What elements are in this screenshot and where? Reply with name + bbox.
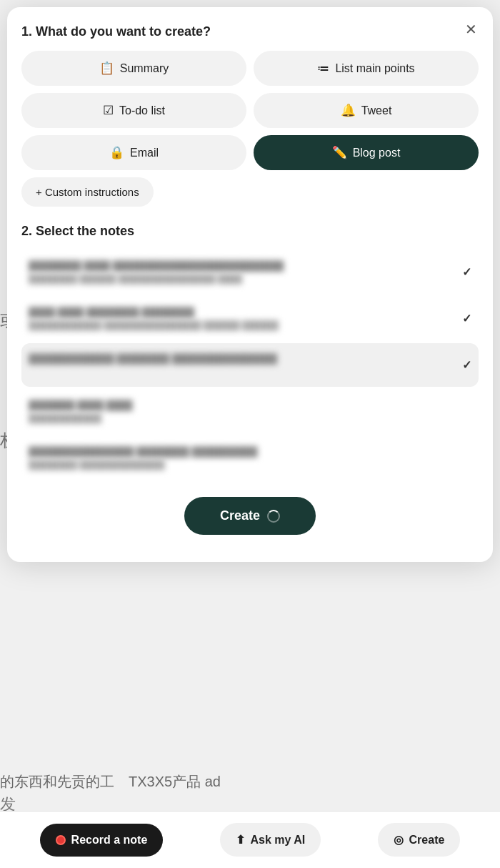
tweet-button[interactable]: 🔔 Tweet — [254, 93, 479, 128]
step1-heading: 1. What do you want to create? — [21, 24, 479, 39]
step2-heading: 2. Select the notes — [21, 224, 479, 239]
note-subtitle-4: ████████████ — [29, 413, 464, 423]
custom-instructions-label: + Custom instructions — [36, 186, 139, 198]
blog-post-label: Blog post — [353, 147, 401, 159]
check-icon-2: ✓ — [462, 312, 471, 325]
create-label: Create — [220, 508, 260, 523]
note-title-1: ████████ ████ ██████████████████████████ — [29, 260, 455, 271]
checkbox-icon: ☑ — [103, 103, 114, 118]
close-icon: ✕ — [465, 21, 477, 38]
note-content-3: █████████████ ████████ ████████████████ — [29, 353, 462, 377]
note-item-5[interactable]: ████████████████ ████████ ██████████ ███… — [21, 436, 479, 480]
note-title-3: █████████████ ████████ ████████████████ — [29, 353, 455, 364]
note-subtitle-3 — [29, 367, 455, 377]
note-item-2[interactable]: ████ ████ ████████ ████████ ████████████… — [21, 297, 479, 340]
create-button-container: Create — [21, 497, 479, 535]
check-icon-3: ✓ — [462, 358, 471, 372]
content-type-grid: 📋 Summary ≔ List main points ☑ To-do lis… — [21, 51, 479, 170]
record-note-button[interactable]: Record a note — [40, 824, 164, 857]
note-content-4: ███████ ████ ████ ████████████ — [29, 400, 471, 423]
step1-section: 1. What do you want to create? 📋 Summary… — [21, 24, 479, 224]
create-bottom-icon: ◎ — [394, 833, 404, 847]
loading-spinner — [267, 510, 280, 523]
note-content-2: ████ ████ ████████ ████████ ████████████… — [29, 307, 462, 330]
record-note-label: Record a note — [71, 834, 148, 847]
create-bottom-button[interactable]: ◎ Create — [378, 823, 461, 857]
tweet-icon: 🔔 — [341, 103, 356, 118]
blog-post-button[interactable]: ✏️ Blog post — [254, 135, 479, 170]
custom-instructions-button[interactable]: + Custom instructions — [21, 177, 154, 207]
summary-label: Summary — [120, 62, 169, 75]
list-icon: ≔ — [317, 61, 329, 76]
note-subtitle-2: ████████████ ████████████████ ██████ ███… — [29, 320, 455, 330]
note-item-1[interactable]: ████████ ████ ██████████████████████████… — [21, 250, 479, 294]
record-dot-icon — [56, 835, 66, 845]
note-title-5: ████████████████ ████████ ██████████ — [29, 446, 464, 457]
email-icon: 🔒 — [109, 145, 124, 160]
note-content-5: ████████████████ ████████ ██████████ ███… — [29, 446, 471, 470]
note-content-1: ████████ ████ ██████████████████████████… — [29, 260, 462, 284]
step2-section: 2. Select the notes ████████ ████ ██████… — [21, 224, 479, 480]
note-title-2: ████ ████ ████████ ████████ — [29, 307, 455, 317]
tweet-label: Tweet — [361, 104, 392, 117]
summary-button[interactable]: 📋 Summary — [21, 51, 246, 86]
ask-ai-button[interactable]: ⬆ Ask my AI — [220, 823, 321, 857]
ask-ai-icon: ⬆ — [236, 833, 245, 847]
document-icon: 📋 — [99, 61, 114, 76]
close-button[interactable]: ✕ — [460, 19, 481, 40]
create-button[interactable]: Create — [184, 497, 316, 535]
bottom-bar: Record a note ⬆ Ask my AI ◎ Create — [0, 811, 500, 868]
create-bottom-label: Create — [409, 834, 445, 847]
to-do-list-button[interactable]: ☑ To-do list — [21, 93, 246, 128]
list-main-points-label: List main points — [335, 62, 414, 75]
email-label: Email — [130, 147, 159, 159]
list-main-points-button[interactable]: ≔ List main points — [254, 51, 479, 86]
blog-icon: ✏️ — [332, 145, 347, 160]
ask-ai-label: Ask my AI — [251, 834, 306, 847]
note-subtitle-5: ████████ ██████████████ — [29, 460, 464, 470]
to-do-list-label: To-do list — [119, 104, 165, 117]
modal: ✕ 1. What do you want to create? 📋 Summa… — [7, 7, 493, 562]
note-item-3[interactable]: █████████████ ████████ ████████████████ … — [21, 343, 479, 387]
note-item-4[interactable]: ███████ ████ ████ ████████████ — [21, 390, 479, 433]
note-subtitle-1: ████████ ██████ ████████████████ ████ — [29, 274, 455, 284]
email-button[interactable]: 🔒 Email — [21, 135, 246, 170]
note-title-4: ███████ ████ ████ — [29, 400, 464, 410]
check-icon-1: ✓ — [462, 265, 471, 279]
